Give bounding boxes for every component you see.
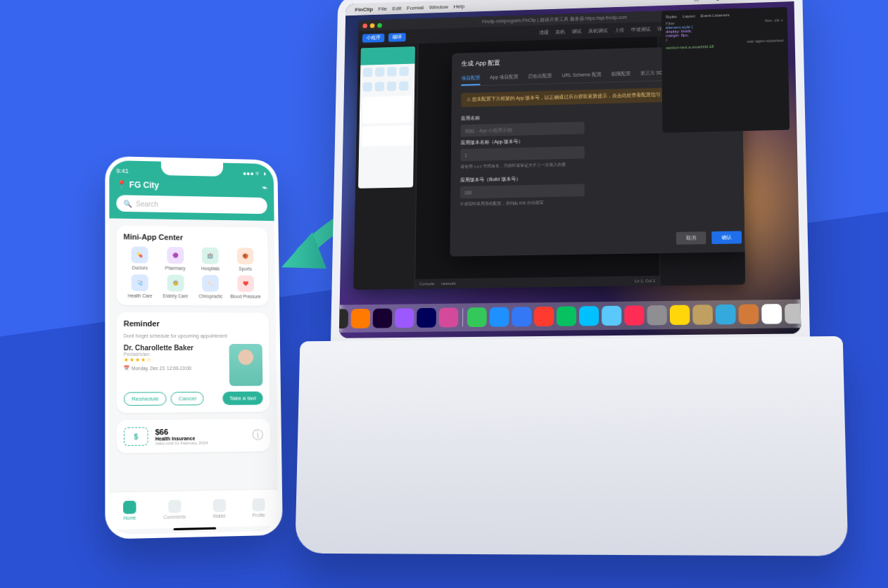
miniapp-item[interactable]: 🏀Sports bbox=[229, 248, 262, 271]
miniapp-item[interactable]: 🧓Elderly Care bbox=[159, 274, 191, 298]
dock-app[interactable] bbox=[490, 307, 509, 327]
dock-app[interactable] bbox=[692, 305, 713, 325]
miniapp-icon: 🦴 bbox=[202, 275, 219, 292]
build-input[interactable] bbox=[460, 184, 585, 198]
dock-app[interactable] bbox=[467, 307, 487, 327]
dock-app[interactable] bbox=[417, 308, 436, 328]
dock-app[interactable] bbox=[579, 306, 599, 326]
cancel-appt-button[interactable]: Cancel bbox=[171, 392, 204, 405]
nav-item-profile[interactable]: Profile bbox=[252, 498, 265, 518]
reschedule-button[interactable]: Reshedule bbox=[124, 392, 167, 406]
nav-item-wallet[interactable]: Wallet bbox=[213, 499, 225, 518]
traffic-max-icon[interactable] bbox=[377, 23, 382, 27]
menubar-item[interactable]: Edit bbox=[392, 5, 401, 11]
modal-cancel-button[interactable]: 取消 bbox=[676, 231, 706, 245]
laptop-lid: FinClip FileEditFormatWindowHelp ▢ ᯤ ▮ T… bbox=[331, 0, 810, 347]
dock-app[interactable] bbox=[512, 307, 531, 326]
miniapp-item[interactable]: 🩺Health Care bbox=[124, 274, 157, 298]
modal-tab[interactable]: 启动页配置 bbox=[528, 72, 552, 79]
modal-tab[interactable]: 项目配置 bbox=[461, 75, 480, 86]
menubar-app[interactable]: FinClip bbox=[355, 6, 373, 12]
devtools-pane: Styles Layout Event Listeners Filter :ho… bbox=[661, 7, 789, 133]
miniapp-item[interactable]: ❤️Blood Pressure bbox=[229, 275, 262, 299]
modal-confirm-button[interactable]: 确认 bbox=[711, 231, 742, 244]
menubar-items: FileEditFormatWindowHelp bbox=[379, 3, 465, 11]
version-input[interactable] bbox=[460, 146, 584, 161]
take-taxi-button[interactable]: Take a taxi bbox=[222, 392, 263, 405]
search-placeholder: Search bbox=[136, 200, 158, 207]
miniapp-item[interactable]: 💊Doctors bbox=[123, 246, 156, 270]
dock-app[interactable] bbox=[624, 305, 644, 325]
phone-status-icons: ●●● ᯤ ▮ bbox=[243, 170, 267, 177]
toolbar-tab-main[interactable]: 小程序 bbox=[362, 33, 385, 42]
phone-time: 9:41 bbox=[116, 167, 129, 174]
miniapp-item[interactable]: 🦴Chiropractic bbox=[194, 275, 227, 299]
nav-icon bbox=[252, 498, 265, 511]
scan-icon[interactable]: ⌁ bbox=[262, 183, 267, 193]
toolbar-tab-compile[interactable]: 编译 bbox=[388, 32, 406, 41]
toolbar-action[interactable]: 真机 bbox=[555, 29, 565, 35]
miniapp-card: Mini-App Center 💊Doctors🟣Pharmacy🏥Hospit… bbox=[116, 225, 268, 305]
laptop-base bbox=[295, 336, 848, 556]
nav-label: Wallet bbox=[213, 513, 226, 519]
miniapp-item[interactable]: 🏥Hospitals bbox=[194, 247, 227, 271]
dock-app[interactable] bbox=[647, 305, 667, 325]
modal-tab[interactable]: 权限配置 bbox=[611, 70, 630, 77]
airplay-icon[interactable]: ▢ bbox=[694, 0, 699, 1]
dock-app[interactable] bbox=[557, 306, 576, 326]
devtab-layout[interactable]: Layout bbox=[683, 14, 695, 18]
dock-app[interactable] bbox=[339, 309, 348, 328]
dock-app[interactable] bbox=[670, 305, 690, 326]
toolbar-action[interactable]: 真机调试 bbox=[588, 27, 607, 34]
info-icon[interactable]: ⓘ bbox=[252, 428, 263, 442]
doctor-time: 12:00-13:00 bbox=[167, 365, 191, 370]
menubar-item[interactable]: Help bbox=[454, 3, 465, 9]
toolbar-action[interactable]: 清缓 bbox=[539, 30, 549, 36]
nav-item-home[interactable]: Home bbox=[123, 501, 136, 520]
menubar-item[interactable]: Format bbox=[407, 4, 424, 11]
dock-app[interactable] bbox=[395, 308, 414, 328]
dock-app[interactable] bbox=[785, 304, 801, 324]
dock-app[interactable] bbox=[439, 307, 459, 327]
menubar-item[interactable]: File bbox=[379, 6, 387, 12]
ide-left-preview bbox=[353, 44, 418, 290]
status-console[interactable]: Console bbox=[419, 281, 435, 286]
miniapp-icon: 🏥 bbox=[202, 248, 219, 264]
wifi-icon[interactable]: ᯤ bbox=[705, 0, 711, 1]
toolbar-action[interactable]: 申请测试 bbox=[631, 27, 651, 33]
insurance-card[interactable]: $ $66 Health Insurance Valid until 01 Fe… bbox=[117, 418, 271, 453]
search-input[interactable]: 🔍 Search bbox=[116, 195, 267, 214]
mac-dock bbox=[339, 299, 801, 333]
phone-header: 📍 FG City ⌁ 🔍 Search bbox=[109, 175, 274, 221]
menubar-item[interactable]: Window bbox=[429, 4, 448, 10]
miniapp-icon: 🧓 bbox=[167, 274, 184, 291]
app-name-input[interactable] bbox=[461, 122, 585, 137]
devtab-events[interactable]: Event Listeners bbox=[701, 13, 730, 18]
modal-tab[interactable]: App 项目配置 bbox=[490, 73, 519, 81]
status-network[interactable]: network bbox=[441, 281, 456, 286]
traffic-close-icon[interactable] bbox=[362, 23, 367, 28]
location-row[interactable]: 📍 FG City bbox=[116, 180, 159, 191]
dev-hov[interactable]: :hov .cls + bbox=[764, 18, 783, 23]
toolbar-action[interactable]: 上传 bbox=[614, 27, 624, 34]
devtab-styles[interactable]: Styles bbox=[666, 15, 677, 19]
menubar-clock[interactable]: Tue 9:41 AM bbox=[725, 0, 756, 1]
dock-app[interactable] bbox=[534, 307, 554, 326]
miniapp-label: Hospitals bbox=[201, 266, 220, 271]
miniapp-icon: ❤️ bbox=[237, 275, 254, 292]
toolbar-action[interactable]: 调试 bbox=[571, 29, 581, 35]
nav-item-comments[interactable]: Comments bbox=[163, 499, 186, 519]
dock-app[interactable] bbox=[761, 304, 782, 324]
battery-icon[interactable]: ▮ bbox=[716, 0, 719, 1]
dock-app[interactable] bbox=[373, 309, 393, 328]
dock-app[interactable] bbox=[738, 304, 759, 324]
reminder-title: Reminder bbox=[124, 319, 262, 328]
dock-app[interactable] bbox=[716, 305, 736, 325]
traffic-min-icon[interactable] bbox=[370, 23, 375, 28]
dock-app[interactable] bbox=[602, 306, 621, 326]
miniapp-item[interactable]: 🟣Pharmacy bbox=[159, 247, 191, 271]
search-icon: 🔍 bbox=[123, 200, 132, 207]
nav-label: Comments bbox=[163, 514, 186, 520]
dock-app[interactable] bbox=[350, 309, 370, 328]
modal-tab[interactable]: URL Scheme 配置 bbox=[562, 71, 602, 79]
